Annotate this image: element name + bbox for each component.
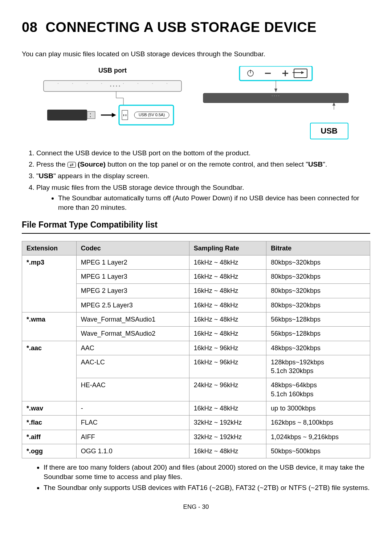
cell-rate: 16kHz ~ 48kHz <box>189 327 266 341</box>
page-footer: ENG - 30 <box>22 503 370 511</box>
cell-codec: MPEG 1 Layer2 <box>76 255 189 269</box>
cell-rate: 16kHz ~ 48kHz <box>189 298 266 312</box>
step-1: Connect the USB device to the USB port o… <box>36 148 370 158</box>
cell-rate: 16kHz ~ 96kHz <box>189 341 266 355</box>
cell-rate: 16kHz ~ 48kHz <box>189 401 266 416</box>
step-2: Press the ⇄ (Source) button on the top p… <box>36 160 370 169</box>
svg-rect-13 <box>47 110 87 120</box>
cell-rate: 16kHz ~ 96kHz <box>189 355 266 378</box>
svg-marker-18 <box>112 113 116 117</box>
cell-rate: 16kHz ~ 48kHz <box>189 312 266 327</box>
step-3: "USB" appears in the display screen. <box>36 171 370 181</box>
cell-bitrate: 80kbps~320kbps <box>266 298 370 312</box>
cell-codec: AAC <box>76 341 189 355</box>
compat-table: Extension Codec Sampling Rate Bitrate *.… <box>22 241 370 459</box>
cell-rate: 16kHz ~ 48kHz <box>189 255 266 269</box>
cell-extension: *.wma <box>22 312 77 341</box>
svg-point-10 <box>138 83 138 84</box>
cell-codec: MPEG 2.5 Layer3 <box>76 298 189 312</box>
cell-rate: 16kHz ~ 48kHz <box>189 284 266 298</box>
table-row: *.aiffAIFF32kHz ~ 192kHz1,024kbps ~ 9,21… <box>22 430 370 444</box>
svg-rect-15 <box>90 113 91 114</box>
cell-bitrate: up to 3000kbps <box>266 401 370 416</box>
svg-point-1 <box>110 86 111 87</box>
table-row: *.aacAAC16kHz ~ 96kHz48kbps~320kbps <box>22 341 370 355</box>
cell-extension: *.aac <box>22 341 77 401</box>
cell-bitrate: 48kbps~64kbps5.1ch 160kbps <box>266 378 370 401</box>
note-1: If there are too many folders (about 200… <box>44 463 370 481</box>
svg-point-38 <box>276 95 277 96</box>
cell-rate: 16kHz ~ 48kHz <box>189 270 266 284</box>
usb-display-callout: USB <box>310 123 348 139</box>
cell-codec: FLAC <box>76 416 189 430</box>
usb-connection-illustration: USB (5V 0.5A) <box>40 77 185 128</box>
svg-point-5 <box>58 83 58 84</box>
col-extension: Extension <box>22 241 77 255</box>
svg-marker-34 <box>274 89 277 92</box>
cell-codec: HE-AAC <box>76 378 189 401</box>
usb-spec-text: USB (5V 0.5A) <box>139 113 165 117</box>
cell-bitrate: 48kbps~320kbps <box>266 341 370 355</box>
svg-rect-14 <box>87 111 95 119</box>
diagram-display: USB <box>200 66 352 139</box>
svg-point-8 <box>101 83 102 84</box>
notes-list: If there are too many folders (about 200… <box>22 463 370 492</box>
col-sampling: Sampling Rate <box>189 241 266 255</box>
cell-bitrate: 162kbps ~ 8,100kbps <box>266 416 370 430</box>
col-codec: Codec <box>76 241 189 255</box>
table-heading: File Format Type Compatibility list <box>22 219 370 233</box>
cell-bitrate: 80kbps~320kbps <box>266 270 370 284</box>
cell-bitrate: 50kbps~500kbps <box>266 444 370 458</box>
table-row: *.wmaWave_Format_MSAudio116kHz ~ 48kHz56… <box>22 312 370 327</box>
display-illustration <box>200 66 352 124</box>
svg-point-6 <box>72 83 73 84</box>
cell-codec: OGG 1.1.0 <box>76 444 189 458</box>
cell-codec: MPEG 2 Layer3 <box>76 284 189 298</box>
cell-bitrate: 56kbps~128kbps <box>266 327 370 341</box>
cell-bitrate: 80kbps~320kbps <box>266 284 370 298</box>
svg-rect-16 <box>90 116 91 117</box>
svg-point-2 <box>113 86 114 87</box>
cell-extension: *.ogg <box>22 444 77 458</box>
svg-rect-22 <box>126 114 126 116</box>
svg-rect-35 <box>203 93 348 103</box>
table-row: *.oggOGG 1.1.016kHz ~ 48kHz50kbps~500kbp… <box>22 444 370 458</box>
cell-bitrate: 56kbps~128kbps <box>266 312 370 327</box>
source-icon: ⇄ <box>68 162 76 168</box>
cell-bitrate: 1,024kbps ~ 9,216kbps <box>266 430 370 444</box>
cell-bitrate: 128kbps~192kbps5.1ch 320kbps <box>266 355 370 378</box>
cell-rate: 16kHz ~ 48kHz <box>189 444 266 458</box>
cell-rate: 24kHz ~ 96kHz <box>189 378 266 401</box>
cell-rate: 32kHz ~ 192kHz <box>189 430 266 444</box>
table-row: *.mp3MPEG 1 Layer216kHz ~ 48kHz80kbps~32… <box>22 255 370 269</box>
col-bitrate: Bitrate <box>266 241 370 255</box>
cell-extension: *.mp3 <box>22 255 77 312</box>
note-2: The Soundbar only supports USB devices w… <box>44 483 370 492</box>
usb-port-label: USB port <box>40 66 185 75</box>
chapter-heading: 08 CONNECTING A USB STORAGE DEVICE <box>22 18 370 37</box>
chapter-title: CONNECTING A USB STORAGE DEVICE <box>45 20 317 35</box>
chapter-number: 08 <box>22 20 37 35</box>
svg-point-7 <box>87 83 87 84</box>
diagram-row: USB port USB (5V 0.5A) <box>22 66 370 139</box>
cell-codec: AIFF <box>76 430 189 444</box>
steps-list: Connect the USB device to the USB port o… <box>22 148 370 212</box>
cell-codec: AAC-LC <box>76 355 189 378</box>
cell-extension: *.aiff <box>22 430 77 444</box>
svg-rect-21 <box>123 114 124 116</box>
cell-codec: Wave_Format_MSAudio1 <box>76 312 189 327</box>
svg-point-11 <box>152 83 153 84</box>
cell-codec: Wave_Format_MSAudio2 <box>76 327 189 341</box>
svg-point-12 <box>167 83 167 84</box>
svg-point-36 <box>272 95 273 96</box>
diagram-usb-connection: USB port USB (5V 0.5A) <box>40 66 185 128</box>
svg-point-9 <box>123 83 124 84</box>
table-row: *.wav-16kHz ~ 48kHzup to 3000kbps <box>22 401 370 416</box>
intro-text: You can play music files located on USB … <box>22 49 370 59</box>
cell-bitrate: 80kbps~320kbps <box>266 255 370 269</box>
cell-codec: MPEG 1 Layer3 <box>76 270 189 284</box>
cell-rate: 32kHz ~ 192kHz <box>189 416 266 430</box>
svg-point-37 <box>274 95 275 96</box>
svg-rect-20 <box>122 110 128 120</box>
svg-point-39 <box>278 95 279 96</box>
